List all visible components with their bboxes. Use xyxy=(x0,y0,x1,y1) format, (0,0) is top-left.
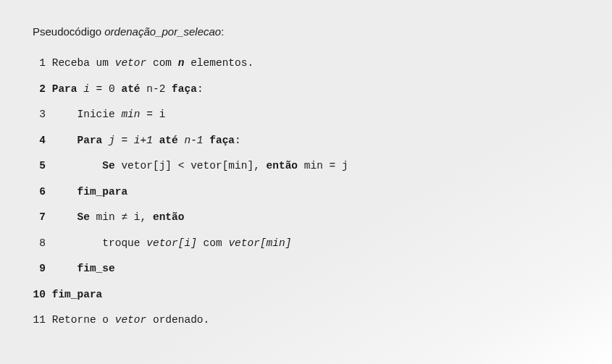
code-line-3: 3 Inicie min = i xyxy=(33,109,579,120)
line-number: 7 xyxy=(33,212,46,223)
code-line-7: 7 Se min ≠ i, então xyxy=(33,212,579,223)
line-number: 2 xyxy=(33,84,46,95)
line-number: 3 xyxy=(33,109,46,120)
code-line-9: 9 fim_se xyxy=(33,263,579,274)
line-number: 8 xyxy=(33,238,46,249)
title-suffix: : xyxy=(221,25,224,38)
code-line-1: 1 Receba um vetor com n elementos. xyxy=(33,58,579,69)
pseudocode-title: Pseudocódigo ordenação_por_selecao: xyxy=(33,25,579,38)
code-line-6: 6 fim_para xyxy=(33,187,579,198)
line-number: 9 xyxy=(33,263,46,274)
code-line-4: 4 Para j = i+1 até n-1 faça: xyxy=(33,135,579,146)
code-line-10: 10 fim_para xyxy=(33,289,579,300)
line-number: 10 xyxy=(33,289,46,300)
line-number: 4 xyxy=(33,135,46,146)
line-number: 1 xyxy=(33,58,46,69)
pseudocode-block: 1 Receba um vetor com n elementos. 2 Par… xyxy=(33,58,579,326)
line-number: 5 xyxy=(33,161,46,172)
code-line-5: 5 Se vetor[j] < vetor[min], então min = … xyxy=(33,161,579,172)
code-line-11: 11 Retorne o vetor ordenado. xyxy=(33,315,579,326)
title-name: ordenação_por_selecao xyxy=(104,25,221,38)
title-prefix: Pseudocódigo xyxy=(33,25,104,38)
code-line-2: 2 Para i = 0 até n-2 faça: xyxy=(33,84,579,95)
line-number: 6 xyxy=(33,187,46,198)
line-number: 11 xyxy=(33,315,46,326)
code-line-8: 8 troque vetor[i] com vetor[min] xyxy=(33,238,579,249)
